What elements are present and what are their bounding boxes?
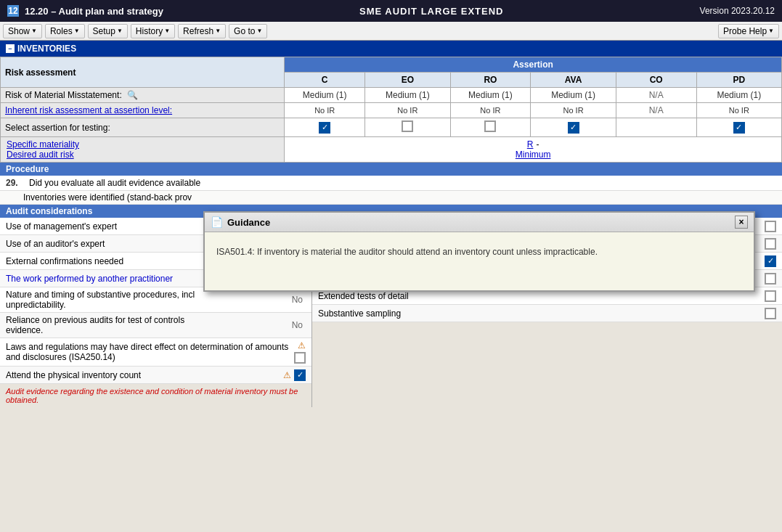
- dialog-titlebar: 📄 Guidance ×: [205, 213, 754, 232]
- title-bar-left: 12 12.20 – Audit plan and strategy: [7, 5, 163, 17]
- dialog-content: ISA501.4: If inventory is material the a…: [205, 232, 754, 290]
- menu-roles[interactable]: Roles ▼: [45, 24, 85, 38]
- dialog-title: Guidance: [227, 217, 730, 228]
- window-title: 12.20 – Audit plan and strategy: [25, 6, 163, 17]
- chevron-down-icon: ▼: [31, 28, 37, 34]
- title-bar: 12 12.20 – Audit plan and strategy SME A…: [0, 0, 782, 22]
- dialog-overlay: 📄 Guidance × ISA501.4: If inventory is m…: [0, 41, 782, 532]
- app-name: SME AUDIT LARGE EXTEND: [359, 6, 503, 17]
- chevron-down-icon: ▼: [74, 28, 80, 34]
- menu-history[interactable]: History ▼: [131, 24, 175, 38]
- svg-text:12: 12: [8, 6, 18, 16]
- menu-refresh[interactable]: Refresh ▼: [178, 24, 226, 38]
- menu-goto[interactable]: Go to ▼: [229, 24, 267, 38]
- dialog-close-button[interactable]: ×: [735, 216, 748, 229]
- menu-bar: Show ▼ Roles ▼ Setup ▼ History ▼ Refresh…: [0, 22, 782, 41]
- app-icon: 12: [7, 5, 19, 17]
- chevron-down-icon: ▼: [768, 28, 774, 34]
- guidance-dialog: 📄 Guidance × ISA501.4: If inventory is m…: [203, 211, 755, 292]
- menu-show[interactable]: Show ▼: [3, 24, 42, 38]
- version-label: Version 2023.20.12: [700, 6, 775, 16]
- dialog-text: ISA501.4: If inventory is material the a…: [216, 247, 742, 257]
- chevron-down-icon: ▼: [256, 28, 262, 34]
- main-area: − INVENTORIES Risk assessment Assertion …: [0, 41, 782, 532]
- probe-help-button[interactable]: Probe Help ▼: [718, 24, 779, 38]
- chevron-down-icon: ▼: [164, 28, 170, 34]
- document-icon: 📄: [211, 216, 223, 228]
- menu-setup[interactable]: Setup ▼: [88, 24, 128, 38]
- chevron-down-icon: ▼: [215, 28, 221, 34]
- chevron-down-icon: ▼: [117, 28, 123, 34]
